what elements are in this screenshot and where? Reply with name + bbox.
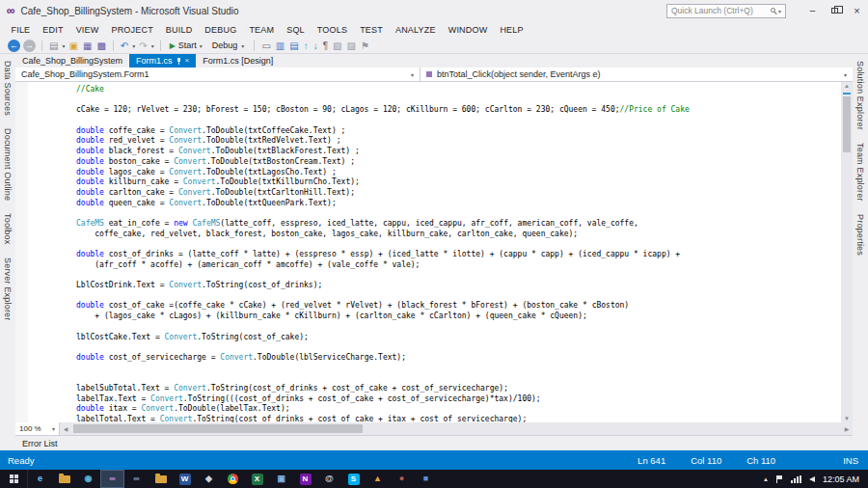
volume-icon[interactable] xyxy=(809,476,815,482)
tray-expand-icon[interactable]: ▲ xyxy=(763,476,769,482)
search-icon xyxy=(771,8,775,13)
vertical-scrollbar-thumb[interactable] xyxy=(843,96,851,152)
minimize-button[interactable]: − xyxy=(801,0,824,21)
excel-icon[interactable]: X xyxy=(245,470,269,488)
undo-icon[interactable]: ↶ xyxy=(120,39,129,53)
new-file-icon[interactable]: ▤ xyxy=(48,39,59,53)
types-dropdown[interactable]: Cafe_Shop_BillingSystem.Form1 ▾ xyxy=(15,68,420,81)
save-all-icon[interactable]: ▩ xyxy=(95,39,106,53)
menu-edit[interactable]: EDIT xyxy=(37,25,69,35)
tool-tab-data-sources[interactable]: Data Sources xyxy=(3,61,13,116)
members-dropdown[interactable]: btnTotal_Click(object sender, EventArgs … xyxy=(420,68,853,81)
code-area[interactable]: //CakecCake = 120; rVelvet = 230; bFores… xyxy=(28,82,841,422)
comment-out-icon[interactable]: ▧ xyxy=(332,39,342,53)
scroll-left-icon[interactable]: ◀ xyxy=(60,422,71,435)
close-button[interactable]: × xyxy=(846,0,868,21)
tool-tab-document-outline[interactable]: Document Outline xyxy=(3,128,13,201)
menu-team[interactable]: TEAM xyxy=(243,25,281,35)
menu-analyze[interactable]: ANALYZE xyxy=(389,25,442,35)
menu-file[interactable]: FILE xyxy=(5,25,37,35)
chrome-icon[interactable] xyxy=(221,470,245,488)
internet-explorer-icon[interactable]: e xyxy=(28,470,52,488)
code-line: double cost_of_servicecharge = Convert.T… xyxy=(28,353,841,364)
visual-studio-icon[interactable]: ∞ xyxy=(100,470,124,488)
chevron-down-icon[interactable]: ▾ xyxy=(62,42,65,49)
chevron-down-icon[interactable]: ▾ xyxy=(132,42,135,49)
network-icon[interactable] xyxy=(791,475,801,483)
pin-icon[interactable] xyxy=(176,58,181,65)
tool-tab-properties[interactable]: Properties xyxy=(855,214,865,256)
code-editor[interactable]: //CakecCake = 120; rVelvet = 230; bFores… xyxy=(15,82,853,422)
error-list-header[interactable]: Error List xyxy=(15,435,853,450)
restore-button[interactable] xyxy=(824,0,846,21)
navigate-forward-icon[interactable]: → xyxy=(23,40,36,52)
start-debug-button[interactable]: ▶Start▾ xyxy=(167,41,205,50)
tab-form1-cs-design[interactable]: Form1.cs [Design] xyxy=(196,54,280,68)
show-whitespace-icon[interactable]: ¶ xyxy=(322,39,329,53)
visual-studio-logo-icon: ∞ xyxy=(7,0,15,21)
navigate-up-icon[interactable]: ↑ xyxy=(303,39,310,53)
menu-project[interactable]: PROJECT xyxy=(105,25,159,35)
app-icon-9[interactable]: ◆ xyxy=(197,470,221,488)
menu-build[interactable]: BUILD xyxy=(159,25,199,35)
document-outline-icon[interactable]: ▤ xyxy=(288,39,299,53)
quick-launch-input[interactable]: Quick Launch (Ctrl+Q) ▾ xyxy=(666,4,786,18)
chevron-down-icon[interactable]: ▾ xyxy=(151,42,154,49)
vertical-scrollbar[interactable]: ▲ ▼ xyxy=(841,82,853,422)
app-icon-6[interactable]: ∞ xyxy=(124,470,149,488)
onenote-icon[interactable]: N xyxy=(293,470,317,488)
tool-tab-team-explorer[interactable]: Team Explorer xyxy=(855,143,865,202)
tool-tab-solution-explorer[interactable]: Solution Explorer xyxy=(855,61,865,130)
app-icon-17[interactable]: ● xyxy=(390,470,414,488)
solution-config-dropdown[interactable]: Debug▾ xyxy=(208,41,249,50)
scroll-right-icon[interactable]: ▶ xyxy=(841,422,853,435)
navigate-backward-icon[interactable]: ← xyxy=(8,40,20,52)
menu-debug[interactable]: DEBUG xyxy=(199,25,243,35)
file-explorer-icon[interactable] xyxy=(52,470,76,488)
navigate-down-icon[interactable]: ↓ xyxy=(312,39,319,53)
mail-icon[interactable]: @ xyxy=(317,470,341,488)
menu-window[interactable]: WINDOW xyxy=(442,25,494,35)
open-file-icon[interactable]: ▣ xyxy=(68,39,78,53)
chevron-down-icon[interactable]: ▾ xyxy=(778,8,781,14)
tab-form1-cs[interactable]: Form1.cs× xyxy=(129,54,196,68)
find-in-files-icon[interactable]: ▥ xyxy=(275,39,285,53)
tab-cafe-shop-billingsystem[interactable]: Cafe_Shop_BillingSystem xyxy=(15,54,129,68)
save-icon[interactable]: ▦ xyxy=(82,39,93,53)
menu-view[interactable]: VIEW xyxy=(69,25,105,35)
media-player-icon[interactable]: ◉ xyxy=(76,470,100,488)
app-icon-18[interactable]: ■ xyxy=(414,470,438,488)
error-list-label: Error List xyxy=(22,439,58,448)
horizontal-scrollbar-thumb[interactable] xyxy=(73,424,363,433)
uncomment-icon[interactable]: ▨ xyxy=(346,39,357,53)
start-button[interactable] xyxy=(0,470,28,488)
app-icon-7[interactable] xyxy=(149,470,173,488)
menu-test[interactable]: TEST xyxy=(354,25,390,35)
editor-indicator-margin[interactable] xyxy=(15,82,28,422)
horizontal-scrollbar[interactable]: ◀ ▶ xyxy=(60,422,853,435)
action-center-icon[interactable] xyxy=(776,475,783,483)
tool-tab-toolbox[interactable]: Toolbox xyxy=(3,213,13,244)
chevron-down-icon: ▾ xyxy=(52,425,55,432)
status-caret-info: Ln 641 Col 110 Ch 110 INS xyxy=(637,455,858,466)
code-line xyxy=(28,291,841,302)
tool-tab-server-explorer[interactable]: Server Explorer xyxy=(3,258,13,321)
word-icon[interactable]: W xyxy=(173,470,197,488)
skype-icon[interactable]: S xyxy=(341,470,366,488)
photos-icon[interactable]: ▣ xyxy=(269,470,293,488)
menu-sql[interactable]: SQL xyxy=(281,25,312,35)
folder-icon xyxy=(155,475,167,483)
members-dropdown-value: btnTotal_Click(object sender, EventArgs … xyxy=(437,69,839,79)
scroll-down-icon[interactable]: ▼ xyxy=(841,416,853,421)
bookmark-icon[interactable]: ⚑ xyxy=(360,39,370,53)
close-icon[interactable]: × xyxy=(185,57,190,65)
app-icon-16[interactable]: ▲ xyxy=(366,470,390,488)
zoom-dropdown[interactable]: 100 % ▾ xyxy=(15,422,60,435)
chevron-down-icon: ▾ xyxy=(241,42,244,49)
attach-process-icon[interactable]: ▭ xyxy=(260,39,271,53)
redo-icon[interactable]: ↷ xyxy=(138,39,148,53)
scroll-up-icon[interactable]: ▲ xyxy=(841,83,853,89)
menu-help[interactable]: HELP xyxy=(494,25,529,35)
clock[interactable]: 12:05 AM xyxy=(823,474,859,484)
menu-tools[interactable]: TOOLS xyxy=(311,25,353,35)
